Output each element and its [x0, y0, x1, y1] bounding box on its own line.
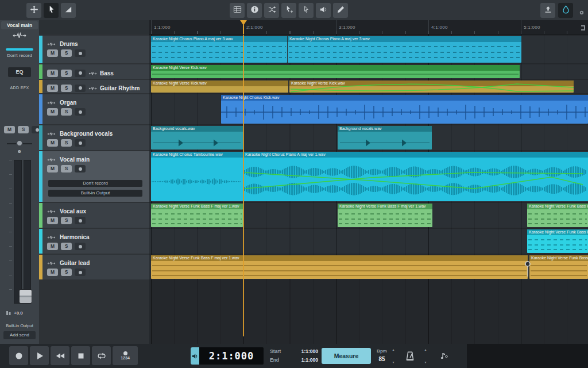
clip-guitar-lead[interactable]: Karaoke Night Verse Funk Bass F maj ver …: [151, 255, 528, 279]
pencil-button[interactable]: [333, 3, 348, 18]
track-header-vocal-main[interactable]: Vocal main MSDon't record Built-in Outpu…: [39, 151, 149, 202]
start-value[interactable]: 1:1:000: [291, 348, 318, 354]
mute-button[interactable]: M: [47, 70, 58, 77]
solo-button[interactable]: S: [61, 217, 72, 224]
clip-organ[interactable]: Karaoke Night Chorus Kick.wav: [221, 95, 588, 124]
clip-vocal-main[interactable]: Karaoke Night Chorus Piano A maj ver 1.w…: [243, 152, 588, 201]
timeline-row-harmonica[interactable]: [149, 229, 588, 254]
clip-title: Karaoke Night Chorus Piano A maj ver 1.w…: [243, 152, 588, 157]
time-position-display[interactable]: 2:1:000: [199, 347, 264, 365]
clip-drums[interactable]: Karaoke Night Chorus Piano A maj ver 3.w…: [288, 36, 521, 63]
settings-dot-button[interactable]: [579, 7, 585, 13]
solo-button[interactable]: S: [18, 126, 29, 133]
play-button[interactable]: [30, 346, 49, 365]
info-button[interactable]: [247, 3, 262, 18]
shuffle-button[interactable]: [264, 3, 279, 18]
end-value[interactable]: 1:1:000: [291, 357, 318, 363]
solo-button[interactable]: S: [61, 269, 72, 276]
arm-record-button[interactable]: [75, 70, 86, 77]
arm-record-button[interactable]: [75, 217, 86, 224]
record-dot-icon: [79, 86, 82, 90]
clip-vocal-aux[interactable]: Karaoke Night Verse Funk Bass F maj ver …: [527, 204, 588, 227]
speaker-tool-button[interactable]: [316, 3, 331, 18]
record-button[interactable]: [9, 346, 28, 365]
pointer-button[interactable]: [44, 3, 59, 18]
arm-record-button[interactable]: [75, 269, 86, 276]
move-button[interactable]: [26, 3, 41, 18]
playhead-line[interactable]: [243, 34, 244, 336]
track-header-bass[interactable]: MS Bass: [39, 64, 149, 79]
clip-bass[interactable]: Karaoke Night Verse Kick.wav: [151, 65, 520, 78]
solo-button[interactable]: S: [61, 85, 72, 92]
mute-button[interactable]: M: [47, 108, 58, 116]
measure-mode-button[interactable]: Measure: [322, 348, 371, 364]
ntrack-logo-button[interactable]: [558, 3, 573, 18]
add-efx-button[interactable]: ADD EFX: [0, 86, 39, 90]
track-header-harmonica[interactable]: Harmonica MS: [39, 229, 149, 254]
clip-vocal-main[interactable]: Karaoke Night Chorus Tambourine.wav: [151, 152, 243, 201]
mute-button[interactable]: M: [47, 49, 58, 57]
arm-record-button[interactable]: [75, 108, 86, 116]
output-speaker-tab[interactable]: [191, 347, 199, 365]
clip-drums[interactable]: Karaoke Night Chorus Piano A maj ver 3.w…: [151, 36, 287, 63]
arm-record-button[interactable]: [75, 139, 86, 147]
cursor-plus-button[interactable]: [281, 3, 296, 18]
solo-button[interactable]: S: [61, 139, 72, 147]
count-in-button[interactable]: 1234: [113, 346, 138, 365]
eq-button[interactable]: EQ: [8, 67, 31, 77]
clip-background-vocals[interactable]: Background vocals.wav: [151, 126, 243, 150]
cursor-button[interactable]: [299, 3, 314, 18]
bpm-value[interactable]: 85: [374, 356, 389, 362]
mute-button[interactable]: M: [47, 85, 58, 92]
arm-record-button[interactable]: [75, 243, 86, 250]
track-header-vocal-aux[interactable]: Vocal aux MS: [39, 203, 149, 228]
project-end-marker[interactable]: [581, 25, 585, 30]
clip-title: Background vocals.wav: [338, 126, 432, 131]
clip-vocal-aux[interactable]: Karaoke Night Verse Funk Bass F maj ver …: [338, 204, 432, 227]
grid-button[interactable]: [230, 3, 245, 18]
mute-button[interactable]: M: [47, 269, 58, 276]
track-header-drums[interactable]: Drums MS: [39, 36, 149, 63]
clip-guitar-rhythm[interactable]: Karaoke Night Verse Kick.wav: [151, 80, 288, 93]
stop-button[interactable]: [71, 346, 90, 365]
mute-button[interactable]: M: [4, 126, 15, 133]
loop-button[interactable]: [92, 346, 111, 365]
solo-button[interactable]: S: [61, 108, 72, 116]
mute-button[interactable]: M: [47, 243, 58, 250]
clip-guitar-rhythm[interactable]: Karaoke Night Verse Kick.wav: [289, 80, 574, 93]
arm-record-button[interactable]: [75, 165, 86, 172]
track-record-mode-dropdown[interactable]: Don't record: [48, 180, 142, 187]
timeline-ruler[interactable]: 1:1:0002:1:0003:1:0004:1:0005:1:000: [149, 20, 588, 34]
solo-button[interactable]: S: [61, 70, 72, 77]
metronome-button[interactable]: [402, 348, 418, 364]
track-header-organ[interactable]: Organ MS: [39, 94, 149, 124]
track-header-guitar-lead[interactable]: Guitar lead MS: [39, 255, 149, 279]
solo-button[interactable]: S: [61, 165, 72, 172]
clip-guitar-lead[interactable]: Karaoke Night Verse Funk Bass F.wav: [529, 255, 588, 279]
time-signature-stepper[interactable]: ▲▼: [423, 348, 428, 364]
quantize-note-button[interactable]: [435, 348, 452, 364]
record-mode-label[interactable]: Don't record: [0, 53, 39, 58]
volume-fader[interactable]: [19, 289, 32, 304]
rewind-button[interactable]: [51, 346, 69, 365]
arm-record-button[interactable]: [75, 85, 86, 92]
arm-record-button[interactable]: [75, 49, 86, 57]
arrange-timeline[interactable]: Karaoke Night Chorus Piano A maj ver 3.w…: [149, 34, 588, 344]
clip-harmonica[interactable]: Karaoke Night Verse Funk Bass F.wav: [527, 229, 588, 253]
track-output-dropdown[interactable]: Built-in Output: [48, 190, 142, 197]
mute-button[interactable]: M: [47, 165, 58, 172]
upload-button[interactable]: [540, 3, 555, 18]
output-device-label[interactable]: Built-in Output: [0, 323, 39, 328]
clip-vocal-aux[interactable]: Karaoke Night Verse Funk Bass F maj ver …: [151, 204, 243, 227]
solo-button[interactable]: S: [61, 243, 72, 250]
mute-button[interactable]: M: [47, 217, 58, 224]
clip-background-vocals[interactable]: Background vocals.wav: [338, 126, 432, 150]
pan-knob[interactable]: [16, 140, 23, 147]
track-header-guitar-rhythm[interactable]: MS Guitar Rhythm: [39, 80, 149, 93]
add-send-button[interactable]: Add send: [3, 331, 36, 339]
bpm-stepper[interactable]: ▲▼: [390, 348, 396, 364]
mute-button[interactable]: M: [47, 139, 58, 147]
track-header-background-vocals[interactable]: Background vocals MS: [39, 125, 149, 150]
fade-button[interactable]: [61, 3, 76, 18]
solo-button[interactable]: S: [61, 49, 72, 57]
